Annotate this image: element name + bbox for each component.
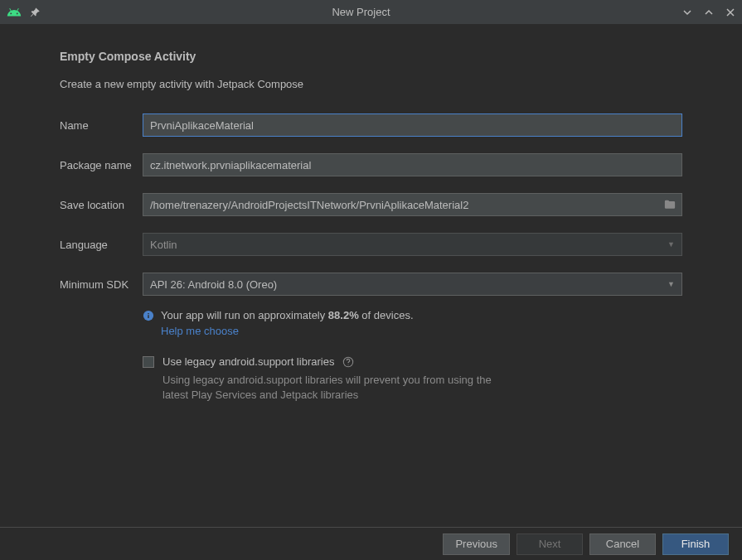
- previous-button[interactable]: Previous: [443, 533, 510, 555]
- language-label: Language: [60, 239, 143, 251]
- name-label: Name: [60, 119, 143, 132]
- title-bar: New Project: [0, 0, 742, 25]
- legacy-checkbox[interactable]: [143, 356, 154, 368]
- package-row: Package name: [60, 153, 682, 176]
- language-row: Language Kotlin ▼: [60, 233, 682, 256]
- info-icon: [143, 310, 154, 321]
- android-icon: [7, 5, 22, 20]
- finish-button[interactable]: Finish: [662, 533, 729, 555]
- language-select: Kotlin ▼: [143, 233, 682, 256]
- page-heading: Empty Compose Activity: [60, 50, 682, 63]
- chevron-down-icon: ▼: [667, 280, 675, 288]
- sdk-value: API 26: Android 8.0 (Oreo): [150, 278, 277, 291]
- page-subheading: Create a new empty activity with Jetpack…: [60, 78, 682, 90]
- minimize-button[interactable]: [682, 7, 692, 17]
- device-coverage-text: Your app will run on approximately 88.2%…: [161, 309, 414, 321]
- window-title: New Project: [40, 6, 682, 18]
- pin-icon[interactable]: [30, 7, 40, 17]
- name-input[interactable]: [143, 113, 682, 137]
- legacy-hint: Using legacy android.support libraries w…: [162, 373, 519, 403]
- chevron-down-icon: ▼: [667, 240, 675, 249]
- close-button[interactable]: [725, 7, 735, 17]
- sdk-info: Your app will run on approximately 88.2%…: [143, 309, 682, 337]
- next-button: Next: [516, 533, 583, 555]
- sdk-select[interactable]: API 26: Android 8.0 (Oreo) ▼: [143, 273, 682, 296]
- dialog-footer: Previous Next Cancel Finish: [0, 527, 742, 560]
- legacy-section: Use legacy android.support libraries Usi…: [143, 355, 682, 403]
- sdk-label: Minimum SDK: [60, 278, 143, 291]
- sdk-row: Minimum SDK API 26: Android 8.0 (Oreo) ▼: [60, 273, 682, 296]
- package-input[interactable]: [143, 153, 682, 176]
- location-row: Save location: [60, 193, 682, 216]
- help-icon[interactable]: [342, 356, 354, 368]
- maximize-button[interactable]: [704, 7, 714, 17]
- location-input[interactable]: [143, 193, 682, 216]
- name-row: Name: [60, 113, 682, 137]
- location-label: Save location: [60, 199, 143, 211]
- cancel-button[interactable]: Cancel: [589, 533, 656, 555]
- help-choose-link[interactable]: Help me choose: [161, 325, 682, 337]
- browse-folder-icon[interactable]: [664, 199, 676, 210]
- dialog-content: Empty Compose Activity Create a new empt…: [0, 25, 742, 419]
- package-label: Package name: [60, 159, 143, 171]
- legacy-label: Use legacy android.support libraries: [162, 355, 334, 368]
- language-value: Kotlin: [150, 239, 177, 251]
